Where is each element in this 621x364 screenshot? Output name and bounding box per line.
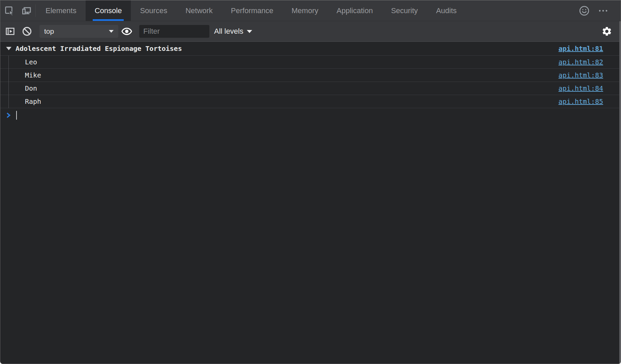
chevron-down-icon — [247, 30, 252, 33]
message-text: Don — [25, 84, 37, 92]
console-prompt[interactable] — [0, 108, 621, 122]
console-message-row: Mike api.html:83 — [0, 69, 621, 82]
tabbar-left-icons — [0, 0, 35, 21]
tabbar-right-icons — [575, 0, 621, 21]
tab-application[interactable]: Application — [327, 0, 382, 21]
source-link[interactable]: api.html:84 — [559, 84, 603, 92]
tab-network[interactable]: Network — [176, 0, 222, 21]
console-message-row: Leo api.html:82 — [0, 56, 621, 69]
disclosure-triangle-icon[interactable] — [6, 47, 11, 50]
scrollbar-track[interactable] — [619, 21, 621, 364]
overflow-menu-icon[interactable] — [594, 0, 613, 21]
inspect-element-icon[interactable] — [1, 0, 18, 21]
message-text: Leo — [25, 58, 37, 66]
group-header-message: Adolescent Irradiated Espionage Tortoise… — [6, 44, 182, 53]
devtools-tabbar: Elements Console Sources Network Perform… — [0, 0, 621, 21]
log-level-value: All levels — [214, 27, 243, 36]
chevron-down-icon — [109, 30, 114, 33]
panel-tabs: Elements Console Sources Network Perform… — [36, 0, 466, 21]
tab-security[interactable]: Security — [382, 0, 427, 21]
message-text: Raph — [25, 97, 41, 105]
tab-console[interactable]: Console — [86, 0, 131, 21]
source-link[interactable]: api.html:81 — [559, 44, 603, 53]
tab-memory[interactable]: Memory — [283, 0, 327, 21]
clear-console-icon[interactable] — [19, 21, 35, 41]
live-expression-eye-icon[interactable] — [118, 21, 135, 41]
settings-gear-icon[interactable] — [598, 26, 615, 37]
console-message-row: Don api.html:84 — [0, 82, 621, 95]
console-messages: Adolescent Irradiated Espionage Tortoise… — [0, 42, 621, 122]
console-group-header[interactable]: Adolescent Irradiated Espionage Tortoise… — [0, 42, 621, 56]
feedback-smiley-icon[interactable] — [575, 0, 594, 21]
group-title: Adolescent Irradiated Espionage Tortoise… — [16, 44, 182, 53]
prompt-chevron-icon — [4, 111, 12, 119]
tab-elements[interactable]: Elements — [36, 0, 86, 21]
console-group-children: Leo api.html:82 Mike api.html:83 Don api… — [0, 56, 621, 108]
source-link[interactable]: api.html:82 — [559, 58, 603, 66]
tabbar-separator — [35, 4, 36, 17]
toolbar-right-icons — [598, 26, 621, 37]
filter-input[interactable] — [139, 25, 209, 38]
log-level-selector[interactable]: All levels — [214, 27, 252, 36]
execution-context-selector[interactable]: top — [39, 25, 118, 38]
tab-sources[interactable]: Sources — [131, 0, 176, 21]
console-toolbar: top All levels — [0, 21, 621, 42]
console-message-row: Raph api.html:85 — [0, 95, 621, 108]
execution-context-value: top — [44, 27, 54, 35]
tab-performance[interactable]: Performance — [222, 0, 283, 21]
tab-audits[interactable]: Audits — [427, 0, 466, 21]
source-link[interactable]: api.html:83 — [559, 71, 603, 79]
devtools-window: Elements Console Sources Network Perform… — [0, 0, 621, 364]
device-toolbar-icon[interactable] — [18, 0, 35, 21]
source-link[interactable]: api.html:85 — [559, 97, 603, 105]
text-cursor — [16, 111, 17, 120]
message-text: Mike — [25, 71, 41, 79]
console-sidebar-toggle-icon[interactable] — [2, 21, 19, 41]
